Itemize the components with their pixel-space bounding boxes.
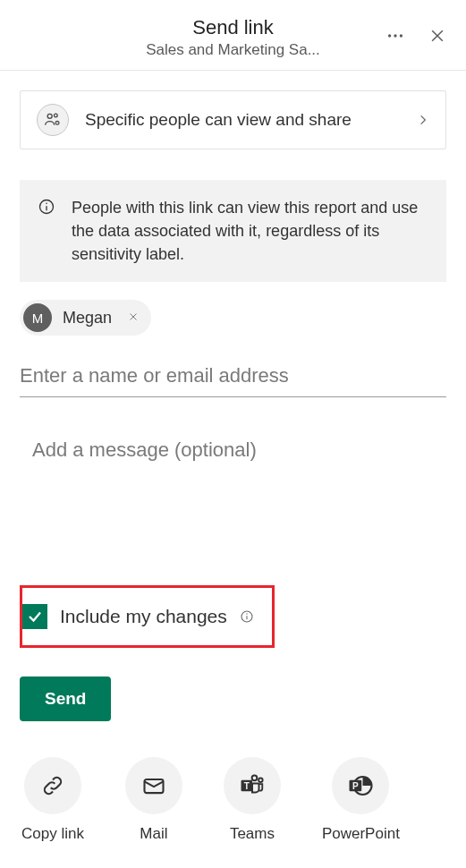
share-target-teams[interactable]: T Teams bbox=[224, 757, 281, 843]
include-changes-checkbox[interactable] bbox=[22, 604, 47, 629]
dialog-title: Send link bbox=[146, 16, 320, 39]
recipient-input[interactable] bbox=[20, 352, 446, 397]
sensitivity-info-banner: People with this link can view this repo… bbox=[20, 180, 446, 282]
teams-icon: T bbox=[239, 772, 266, 799]
ellipsis-icon bbox=[386, 26, 405, 46]
recipient-avatar: M bbox=[23, 303, 52, 332]
svg-text:T: T bbox=[244, 781, 250, 791]
recipient-name: Megan bbox=[57, 309, 117, 328]
permission-label: Specific people can view and share bbox=[85, 110, 401, 130]
chevron-right-icon bbox=[417, 114, 429, 126]
recipient-area: M Megan bbox=[20, 300, 446, 397]
x-icon bbox=[128, 311, 139, 322]
svg-point-2 bbox=[400, 34, 402, 37]
share-target-mail[interactable]: Mail bbox=[125, 757, 182, 843]
message-input[interactable] bbox=[20, 422, 446, 501]
check-icon bbox=[27, 608, 43, 625]
send-button[interactable]: Send bbox=[20, 677, 111, 721]
svg-text:P: P bbox=[352, 781, 359, 791]
info-banner-text: People with this link can view this repo… bbox=[72, 196, 428, 266]
svg-point-5 bbox=[47, 114, 52, 118]
svg-point-17 bbox=[246, 614, 247, 615]
remove-recipient-button[interactable] bbox=[123, 309, 144, 327]
include-changes-label: Include my changes bbox=[60, 606, 227, 627]
include-changes-row: Include my changes bbox=[20, 585, 275, 648]
info-icon bbox=[38, 198, 55, 216]
recipient-chip[interactable]: M Megan bbox=[20, 300, 151, 336]
link-icon bbox=[40, 773, 65, 798]
share-target-label: Teams bbox=[230, 825, 275, 843]
close-icon bbox=[428, 27, 446, 45]
more-options-button[interactable] bbox=[382, 22, 409, 52]
share-targets-row: Copy link Mail T bbox=[20, 757, 446, 843]
share-target-label: PowerPoint bbox=[322, 825, 400, 843]
info-icon[interactable] bbox=[240, 609, 254, 624]
dialog-header: Send link Sales and Marketing Sa... bbox=[0, 0, 466, 71]
dialog-subtitle: Sales and Marketing Sa... bbox=[146, 41, 320, 59]
svg-point-0 bbox=[388, 34, 391, 37]
svg-point-6 bbox=[55, 114, 58, 117]
people-add-icon bbox=[44, 111, 62, 129]
powerpoint-icon: P bbox=[347, 772, 374, 799]
share-target-copy-link[interactable]: Copy link bbox=[21, 757, 84, 843]
permission-settings-row[interactable]: Specific people can view and share bbox=[20, 90, 446, 149]
svg-point-12 bbox=[46, 202, 47, 204]
close-button[interactable] bbox=[425, 23, 450, 51]
svg-point-21 bbox=[252, 776, 258, 781]
mail-icon bbox=[141, 773, 166, 798]
share-target-label: Copy link bbox=[21, 825, 84, 843]
share-target-powerpoint[interactable]: P PowerPoint bbox=[322, 757, 400, 843]
people-icon-circle bbox=[37, 104, 69, 136]
svg-point-22 bbox=[258, 779, 263, 783]
svg-point-1 bbox=[394, 34, 396, 37]
share-target-label: Mail bbox=[140, 825, 167, 843]
